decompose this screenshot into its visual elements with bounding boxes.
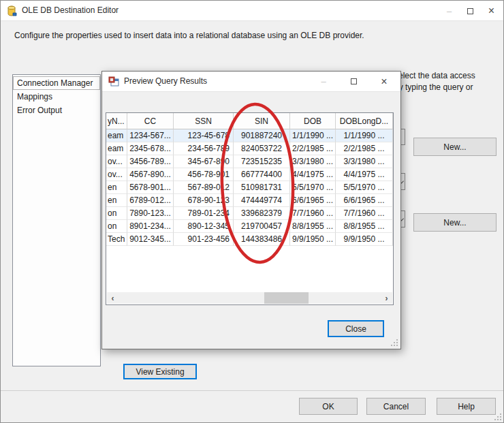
dialog-resize-grip[interactable] (390, 339, 398, 346)
window-resize-grip[interactable] (494, 413, 501, 420)
column-header[interactable]: CC (127, 113, 174, 129)
table-cell: 7890-123... (127, 207, 174, 220)
table-cell: 7/7/1960 ... (290, 207, 336, 220)
table-cell: en (106, 181, 127, 194)
table-cell: 789-01-234 (174, 207, 234, 220)
dialog-description: Configure the properties used to insert … (14, 31, 494, 40)
table-cell: 6/6/1965 ... (290, 194, 336, 207)
table-cell: 345-67-890 (174, 155, 234, 168)
maximize-icon[interactable] (460, 1, 481, 21)
table-cell: 9/9/1950 ... (290, 233, 336, 246)
table-cell: Tech (106, 233, 127, 246)
table-cell: 456-78-901 (174, 168, 234, 181)
close-icon[interactable]: × (376, 72, 392, 91)
scroll-right-icon[interactable]: › (381, 292, 392, 304)
table-cell: 2/2/1985 ... (290, 142, 336, 155)
table-cell: en (106, 194, 127, 207)
table-cell: 4567-890... (127, 168, 174, 181)
table-row[interactable]: on8901-234...890-12-3452197004578/8/1955… (106, 220, 393, 233)
table-cell: 123-45-678 (174, 129, 234, 142)
main-titlebar: OLE DB Destination Editor – × (1, 1, 503, 21)
cancel-button[interactable]: Cancel (366, 398, 426, 415)
pages-list: Connection Manager Mappings Error Output (12, 74, 101, 366)
table-cell: 1/1/1990 ... (290, 129, 336, 142)
ok-button[interactable]: OK (299, 398, 358, 415)
help-button[interactable]: Help (437, 398, 496, 415)
table-cell: 510981731 (234, 181, 290, 194)
table-cell: 7/7/1960 ... (336, 207, 393, 220)
results-grid: yN...CCSSNSINDOBDOBLongD...eam1234-567..… (106, 112, 394, 305)
scrollbar-thumb[interactable] (264, 292, 309, 304)
table-row[interactable]: ov...4567-890...456-78-9016677744004/4/1… (106, 168, 393, 181)
column-header[interactable]: SSN (174, 113, 234, 129)
table-cell: 339682379 (234, 207, 290, 220)
table-cell: 2/2/1985 ... (336, 142, 393, 155)
table-cell: 824053722 (234, 142, 290, 155)
table-row[interactable]: eam2345-678...234-56-7898240537222/2/198… (106, 142, 393, 155)
table-cell: 678-90-123 (174, 194, 234, 207)
table-cell: 890-12-345 (174, 220, 234, 233)
table-cell: 5/5/1970 ... (290, 181, 336, 194)
table-row[interactable]: ov...3456-789...345-67-8907235152353/3/1… (106, 155, 393, 168)
table-cell: 9012-345... (127, 233, 174, 246)
table-cell: 2345-678... (127, 142, 174, 155)
horizontal-scrollbar[interactable]: ‹ › (107, 292, 392, 304)
table-cell: on (106, 207, 127, 220)
table-cell: 3/3/1980 ... (336, 155, 393, 168)
column-header[interactable]: DOB (290, 113, 336, 129)
access-mode-text-line1: select the data access (394, 70, 502, 82)
column-header[interactable]: DOBLongD... (336, 113, 393, 129)
new-connection-button[interactable]: New... (413, 138, 497, 156)
table-row[interactable]: eam1234-567...123-45-6789018872401/1/199… (106, 129, 393, 142)
scroll-left-icon[interactable]: ‹ (107, 292, 119, 304)
table-cell: 234-56-789 (174, 142, 234, 155)
table-cell: 901-23-456 (174, 233, 234, 246)
preview-dialog-title: Preview Query Results (124, 72, 207, 91)
table-cell: 474449774 (234, 194, 290, 207)
close-icon[interactable]: × (481, 1, 502, 21)
database-icon (6, 5, 17, 16)
table-cell: eam (106, 129, 127, 142)
table-cell: 4/4/1975 ... (336, 168, 393, 181)
table-cell: 8901-234... (127, 220, 174, 233)
table-cell: 5678-901... (127, 181, 174, 194)
table-row[interactable]: Tech9012-345...901-23-4561443834869/9/19… (106, 233, 393, 246)
table-cell: on (106, 220, 127, 233)
view-existing-button[interactable]: View Existing (123, 364, 197, 379)
table-cell: 1/1/1990 ... (336, 129, 393, 142)
table-cell: 567-89-012 (174, 181, 234, 194)
sidebar-item-connection-manager[interactable]: Connection Manager (13, 76, 100, 90)
table-cell: eam (106, 142, 127, 155)
table-cell: 8/8/1955 ... (290, 220, 336, 233)
table-cell: 8/8/1955 ... (336, 220, 393, 233)
table-cell: 1234-567... (127, 129, 174, 142)
table-cell: ov... (106, 155, 127, 168)
column-header[interactable]: SIN (234, 113, 290, 129)
table-cell: 901887240 (234, 129, 290, 142)
minimize-icon[interactable]: – (439, 1, 460, 21)
maximize-icon[interactable] (345, 72, 362, 91)
sidebar-item-mappings[interactable]: Mappings (13, 90, 100, 104)
table-row[interactable]: on7890-123...789-01-2343396823797/7/1960… (106, 207, 393, 220)
table-cell: 219700457 (234, 220, 290, 233)
table-cell: 667774400 (234, 168, 290, 181)
access-mode-text-line2: by typing the query or (394, 82, 502, 93)
column-header[interactable]: yN... (106, 113, 127, 129)
footer-separator (1, 390, 503, 391)
table-cell: 9/9/1950 ... (336, 233, 393, 246)
minimize-icon: – (315, 72, 332, 91)
table-row[interactable]: en5678-901...567-89-0125109817315/5/1970… (106, 181, 393, 194)
form-icon (108, 76, 119, 87)
table-cell: 5/5/1970 ... (336, 181, 393, 194)
results-table: yN...CCSSNSINDOBDOBLongD...eam1234-567..… (106, 113, 393, 246)
close-button[interactable]: Close (328, 320, 384, 337)
table-cell: ov... (106, 168, 127, 181)
preview-query-results-dialog: Preview Query Results – × Query result (… (101, 71, 401, 349)
new-table-button[interactable]: New... (413, 213, 497, 232)
sidebar-item-error-output[interactable]: Error Output (13, 104, 100, 117)
table-cell: 6789-012... (127, 194, 174, 207)
table-cell: 3456-789... (127, 155, 174, 168)
ole-db-destination-editor-window: OLE DB Destination Editor – × Configure … (0, 0, 504, 423)
table-cell: 723515235 (234, 155, 290, 168)
table-row[interactable]: en6789-012...678-90-1234744497746/6/1965… (106, 194, 393, 207)
